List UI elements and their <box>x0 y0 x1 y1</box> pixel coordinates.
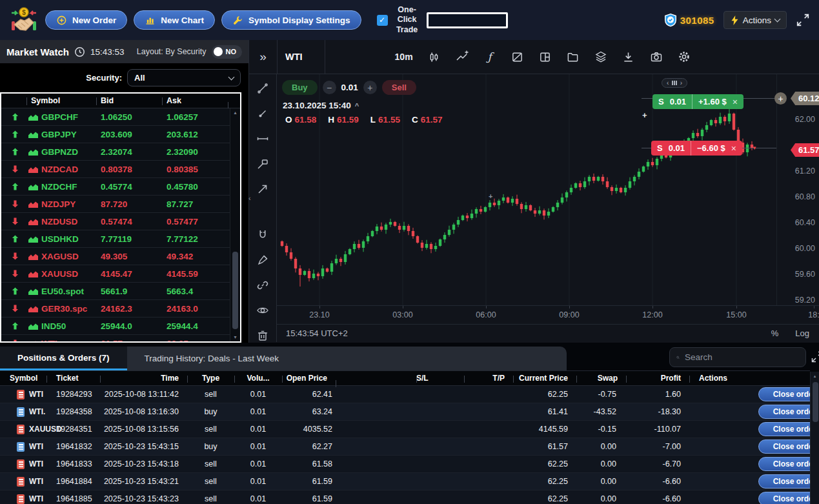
tab-trading-history[interactable]: Trading History: Deals - Last Week <box>127 347 297 370</box>
horizontal-line-icon[interactable] <box>256 132 270 145</box>
candlestick-plot[interactable]: Buy − 0.01 + Sell 23.10.2025 15:40^ O61.… <box>277 74 776 305</box>
price-axis-label: 61.20 <box>795 166 815 176</box>
shape-tool-icon[interactable] <box>256 157 270 170</box>
down-arrow-icon <box>1 217 28 225</box>
market-watch-row-XAGUSD[interactable]: XAGUSD49.30549.342 <box>1 248 230 265</box>
market-watch-row-NZDUSD[interactable]: NZDUSD0.574740.57477 <box>1 213 230 230</box>
indicators-icon[interactable] <box>455 50 469 64</box>
sell-button[interactable]: Sell <box>382 80 416 95</box>
volume-minus-button[interactable]: − <box>323 81 336 94</box>
mini-chart-icon <box>28 305 38 312</box>
position-label-profit[interactable]: S0.01 +1.60 $ × <box>652 94 743 109</box>
eye-icon[interactable] <box>256 304 270 317</box>
image-export-icon[interactable] <box>511 50 525 64</box>
ask-cell: 203.612 <box>164 130 228 139</box>
actions-button[interactable]: Actions <box>723 11 787 29</box>
download-icon[interactable] <box>622 50 636 64</box>
security-label: Security: <box>86 73 122 83</box>
timeframe-selector[interactable]: 10m <box>395 52 413 62</box>
position-row-19641833[interactable]: WTI196418332025-10-23 15:43:18sell0.0161… <box>0 456 810 473</box>
scroll-up-icon[interactable]: ▴ <box>230 110 240 116</box>
position-label-loss[interactable]: S0.01 −6.60 $ × <box>651 141 742 156</box>
chart-canvas[interactable]: Buy − 0.01 + Sell 23.10.2025 15:40^ O61.… <box>277 74 819 342</box>
current-price-cell: 62.25 <box>513 459 576 469</box>
trash-icon[interactable] <box>256 329 270 342</box>
candle-style-icon[interactable] <box>427 50 441 64</box>
market-watch-row-GER30.spc[interactable]: GER30.spc24162.324163.0 <box>1 300 230 318</box>
profit-cell: 1.60 <box>626 390 689 399</box>
price-axis[interactable]: + 60.12 61.57 62.0061.2060.8060.4060.005… <box>776 74 819 305</box>
market-watch-row-NZDCAD[interactable]: NZDCAD0.803780.80385 <box>1 161 230 178</box>
layout-split-icon[interactable] <box>538 50 552 64</box>
collapse-watchlist-icon[interactable]: » <box>249 50 277 64</box>
tab-positions-orders[interactable]: Positions & Orders (7) <box>0 347 127 370</box>
sell-order-icon <box>17 459 25 469</box>
market-watch-row-IND50[interactable]: IND5025944.025944.4 <box>1 318 230 335</box>
position-row-19284293[interactable]: WTI192842932025-10-08 13:11:42sell0.0162… <box>0 386 810 403</box>
position-pnl: +1.60 $ <box>698 97 727 106</box>
folder-icon[interactable] <box>566 50 580 64</box>
new-chart-button[interactable]: New Chart <box>134 10 215 30</box>
market-watch-row-XAUUSD[interactable]: XAUUSD4145.474145.59 <box>1 265 230 283</box>
market-watch-row-WTI[interactable]: WTI61.5762.25 <box>1 335 230 341</box>
bid-cell: 4145.47 <box>98 269 164 279</box>
fullscreen-icon[interactable] <box>796 13 810 27</box>
position-row-19284358[interactable]: WTI.192843582025-10-08 13:16:30buy0.0163… <box>0 403 810 421</box>
ray-line-icon[interactable] <box>256 107 270 120</box>
layout-toggle[interactable]: NO <box>212 45 243 59</box>
one-click-trade-checkbox[interactable]: ✓ <box>377 15 388 26</box>
market-watch-row-EU50.spot[interactable]: EU50.spot5661.95663.4 <box>1 283 230 300</box>
market-watch-scrollbar[interactable]: ▴ ▾ <box>230 108 240 341</box>
market-watch-row-NZDJPY[interactable]: NZDJPY87.72087.727 <box>1 196 230 213</box>
percent-scale-button[interactable]: % <box>771 328 779 338</box>
ticket-cell: 19284293 <box>46 390 100 399</box>
arrow-tool-icon[interactable] <box>256 183 270 196</box>
buy-button[interactable]: Buy <box>282 80 318 95</box>
magnet-icon[interactable] <box>256 228 270 241</box>
brush-icon[interactable] <box>256 254 270 267</box>
toggle-label: NO <box>226 48 237 55</box>
panel-collapse-chevron-icon[interactable]: ‹ <box>248 194 251 202</box>
volume-value[interactable]: 0.01 <box>341 83 358 92</box>
positions-table-body: WTI192842932025-10-08 13:11:42sell0.0162… <box>0 386 810 504</box>
link-icon[interactable] <box>256 279 270 292</box>
security-select[interactable]: All <box>127 69 241 86</box>
chart-scroll-widget[interactable]: ‹ › <box>662 78 687 88</box>
market-watch-row-USDHKD[interactable]: USDHKD7.771197.77122 <box>1 230 230 248</box>
close-position-icon[interactable]: × <box>731 143 736 154</box>
new-order-button[interactable]: New Order <box>45 10 127 30</box>
layers-icon[interactable] <box>594 50 608 64</box>
position-row-19641832[interactable]: WTI196418322025-10-23 15:43:15buy0.0162.… <box>0 438 810 456</box>
symbol-display-settings-button[interactable]: Symbol Display Settings <box>221 10 361 30</box>
position-row-19284351[interactable]: XAUUSD192843512025-10-08 13:15:56sell0.0… <box>0 421 810 438</box>
trend-line-icon[interactable] <box>256 82 270 95</box>
position-row-19641885[interactable]: WTI196418852025-10-23 15:43:23sell0.0161… <box>0 490 810 504</box>
chart-symbol[interactable]: WTI <box>278 52 325 62</box>
profit-cell: -6.60 <box>626 494 689 503</box>
camera-icon[interactable] <box>649 50 663 64</box>
scroll-up-icon[interactable]: ▴ <box>811 374 819 379</box>
function-icon[interactable]: ƒ <box>483 50 497 64</box>
search-input[interactable] <box>685 352 799 362</box>
time-axis[interactable]: 23.1003:0006:0009:0012:0015:0018: <box>277 305 819 324</box>
market-watch-row-GBPJPY[interactable]: GBPJPY203.609203.612 <box>1 126 230 143</box>
caret-up-icon[interactable]: ^ <box>355 102 359 110</box>
market-watch-row-GBPNZD[interactable]: GBPNZD2.320742.32090 <box>1 143 230 161</box>
log-scale-button[interactable]: Log <box>795 328 809 338</box>
one-click-trade-input[interactable] <box>427 12 508 28</box>
settings-gear-icon[interactable] <box>677 50 691 64</box>
ask-cell: 1.06257 <box>164 112 228 122</box>
scroll-down-icon[interactable]: ▾ <box>230 334 240 340</box>
positions-scrollbar[interactable]: ▴ <box>810 372 819 504</box>
volume-plus-button[interactable]: + <box>363 81 377 94</box>
close-position-icon[interactable]: × <box>733 97 738 107</box>
scrollbar-thumb[interactable] <box>813 382 818 422</box>
check-icon: ✓ <box>379 15 385 25</box>
scrollbar-thumb[interactable] <box>232 252 238 329</box>
position-row-19641884[interactable]: WTI196418842025-10-23 15:43:21sell0.0161… <box>0 473 810 490</box>
market-watch-row-GBPCHF[interactable]: GBPCHF1.062501.06257 <box>1 108 230 126</box>
market-watch-row-NZDCHF[interactable]: NZDCHF0.457740.45780 <box>1 178 230 196</box>
add-alert-icon[interactable]: + <box>774 92 787 105</box>
up-arrow-icon <box>1 113 28 121</box>
expand-panel-icon[interactable] <box>811 350 819 363</box>
